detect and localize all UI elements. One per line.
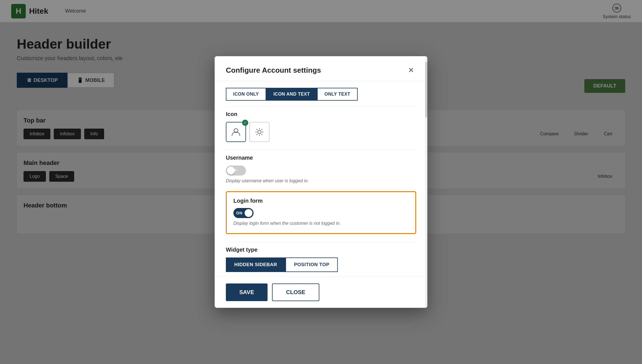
display-mode-button-group: ICON ONLY ICON AND TEXT ONLY TEXT — [226, 88, 416, 101]
configure-account-modal: Configure Account settings ✕ ICON ONLY I… — [215, 56, 427, 308]
modal-scrollbar-thumb — [425, 62, 427, 118]
login-form-toggle-row: ON — [233, 208, 409, 218]
only-text-btn[interactable]: ONLY TEXT — [317, 88, 358, 101]
login-form-description: Display login form when the customer is … — [233, 221, 409, 226]
login-form-toggle-label: ON — [233, 211, 242, 215]
close-x-icon: ✕ — [408, 66, 414, 75]
icon-selector: ✓ — [226, 122, 416, 142]
widget-type-title: Widget type — [226, 242, 416, 253]
close-button[interactable]: CLOSE — [272, 283, 319, 301]
icon-and-text-btn[interactable]: ICON AND TEXT — [266, 88, 317, 101]
widget-type-button-group: HIDDEN SIDEBAR POSITION TOP — [226, 257, 416, 272]
icon-section: Icon ✓ — [226, 106, 416, 142]
login-form-section: Login form ON Display login form when th… — [226, 191, 416, 234]
gear-icon-option[interactable] — [249, 122, 270, 142]
modal-scrollbar[interactable] — [425, 56, 427, 308]
modal-title: Configure Account settings — [226, 66, 321, 75]
username-toggle[interactable]: OFF — [226, 166, 246, 176]
hidden-sidebar-btn[interactable]: HIDDEN SIDEBAR — [226, 257, 285, 272]
modal-footer: SAVE CLOSE — [215, 276, 427, 308]
username-section: Username OFF Display username when user … — [226, 150, 416, 183]
widget-type-section: Widget type HIDDEN SIDEBAR POSITION TOP — [226, 242, 416, 272]
modal-close-x-button[interactable]: ✕ — [406, 65, 416, 75]
login-form-toggle[interactable]: ON — [233, 208, 254, 218]
username-description: Display username when user is logged in. — [226, 178, 416, 183]
username-toggle-row: OFF — [226, 166, 416, 176]
login-form-title: Login form — [233, 198, 409, 204]
icon-only-btn[interactable]: ICON ONLY — [226, 88, 266, 101]
login-form-toggle-knob — [245, 209, 252, 217]
save-button[interactable]: SAVE — [226, 283, 268, 301]
user-icon-option[interactable]: ✓ — [226, 122, 246, 142]
position-top-btn[interactable]: POSITION TOP — [285, 257, 338, 272]
selected-checkmark: ✓ — [242, 120, 248, 126]
svg-point-2 — [258, 130, 261, 134]
modal-header: Configure Account settings ✕ — [215, 56, 427, 81]
username-section-title: Username — [226, 150, 416, 161]
username-toggle-knob — [227, 167, 235, 174]
modal-body: ICON ONLY ICON AND TEXT ONLY TEXT Icon ✓ — [215, 81, 427, 276]
icon-section-title: Icon — [226, 106, 416, 117]
